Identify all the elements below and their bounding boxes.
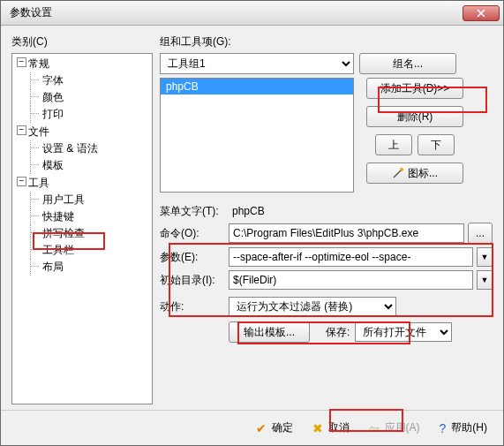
ok-button[interactable]: ✔ 确定 bbox=[252, 419, 297, 437]
titlebar: 参数设置 bbox=[1, 1, 503, 26]
menu-text-label: 菜单文字(T): bbox=[160, 204, 229, 219]
menu-text-value: phpCB bbox=[229, 203, 493, 219]
icon-button[interactable]: 图标... bbox=[366, 163, 463, 184]
params-menu-button[interactable]: ▼ bbox=[477, 247, 493, 267]
params-input[interactable] bbox=[229, 247, 473, 267]
close-button[interactable] bbox=[463, 5, 500, 21]
icon-button-label: 图标... bbox=[408, 166, 438, 181]
group-label: 组和工具项(G): bbox=[160, 34, 493, 49]
save-select[interactable]: 所有打开文件 bbox=[355, 322, 452, 342]
tree-item-template[interactable]: 模板 bbox=[35, 157, 152, 174]
tool-listbox[interactable]: phpCB bbox=[160, 78, 354, 193]
command-input[interactable] bbox=[229, 223, 464, 243]
help-icon: ? bbox=[440, 422, 447, 435]
category-tree[interactable]: 常规 字体 颜色 打印 文件 设置 & 语法 模板 bbox=[11, 53, 153, 404]
list-item[interactable]: phpCB bbox=[161, 79, 353, 94]
cancel-button[interactable]: ✖ 取消 bbox=[309, 419, 353, 437]
browse-button[interactable]: ... bbox=[468, 223, 493, 244]
action-label: 动作: bbox=[160, 299, 229, 314]
preferences-window: 参数设置 类别(C) 常规 字体 颜色 打印 bbox=[0, 0, 504, 446]
category-label: 类别(C) bbox=[11, 34, 153, 49]
tree-item-color[interactable]: 颜色 bbox=[35, 89, 152, 106]
command-label: 命令(O): bbox=[160, 226, 229, 241]
svg-point-0 bbox=[400, 169, 402, 171]
initdir-menu-button[interactable]: ▼ bbox=[477, 270, 493, 290]
params-label: 参数(E): bbox=[160, 250, 229, 265]
output-template-button[interactable]: 输出模板... bbox=[229, 321, 310, 343]
add-tool-button[interactable]: 添加工具(D)>> bbox=[366, 78, 463, 99]
tree-item-file[interactable]: 文件 bbox=[16, 124, 152, 140]
action-select[interactable]: 运行为文本过滤器 (替换) bbox=[229, 297, 396, 316]
tree-item-user-tools[interactable]: 用户工具 bbox=[35, 192, 152, 208]
save-label: 保存: bbox=[326, 325, 350, 340]
tree-item-spellcheck[interactable]: 拼写检查 bbox=[35, 225, 152, 242]
initdir-input[interactable] bbox=[229, 270, 473, 290]
dialog-footer: ✔ 确定 ✖ 取消 ⇦ 应用(A) ? 帮助(H) bbox=[1, 410, 503, 445]
delete-button[interactable]: 删除(R) bbox=[366, 106, 463, 127]
tree-item-tools[interactable]: 工具 bbox=[16, 175, 152, 192]
tree-item-toolbar[interactable]: 工具栏 bbox=[35, 242, 152, 259]
close-icon bbox=[477, 9, 485, 18]
check-icon: ✔ bbox=[256, 422, 267, 435]
category-pane: 类别(C) 常规 字体 颜色 打印 文件 设置 & 语法 bbox=[11, 34, 153, 404]
tool-form: 菜单文字(T): phpCB 命令(O): ... 参数(E): ▼ 初始目录(… bbox=[160, 203, 493, 346]
settings-pane: 组和工具项(G): 工具组1 组名... phpCB 添加工具(D)>> 删除(… bbox=[160, 34, 493, 404]
group-select[interactable]: 工具组1 bbox=[160, 53, 354, 74]
content-area: 类别(C) 常规 字体 颜色 打印 文件 设置 & 语法 bbox=[11, 34, 493, 404]
window-title: 参数设置 bbox=[4, 5, 463, 20]
arrow-left-icon: ⇦ bbox=[369, 422, 380, 435]
move-down-button[interactable]: 下 bbox=[417, 134, 455, 155]
move-up-button[interactable]: 上 bbox=[375, 134, 412, 155]
tree-item-shortcuts[interactable]: 快捷键 bbox=[35, 208, 152, 225]
initdir-label: 初始目录(I): bbox=[160, 273, 229, 288]
tree-item-font[interactable]: 字体 bbox=[35, 72, 152, 89]
cross-icon: ✖ bbox=[312, 422, 323, 435]
tree-item-print[interactable]: 打印 bbox=[35, 106, 152, 123]
tree-item-layout[interactable]: 布局 bbox=[35, 259, 152, 276]
help-button[interactable]: ? 帮助(H) bbox=[436, 419, 491, 437]
wand-icon bbox=[392, 167, 404, 179]
apply-button[interactable]: ⇦ 应用(A) bbox=[365, 419, 424, 437]
group-name-button[interactable]: 组名... bbox=[359, 53, 456, 74]
tree-item-general[interactable]: 常规 bbox=[16, 56, 152, 72]
tree-item-syntax[interactable]: 设置 & 语法 bbox=[35, 140, 152, 157]
